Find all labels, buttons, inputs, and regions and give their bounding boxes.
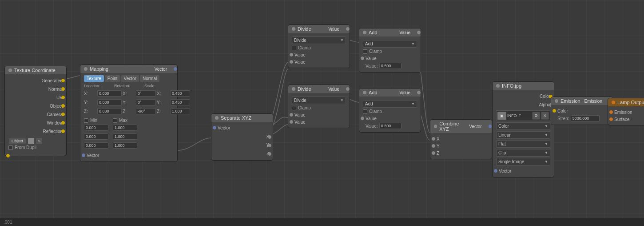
min-label: Min: [90, 118, 97, 123]
min-row: Min: [84, 118, 108, 123]
scale-z[interactable]: [170, 108, 190, 114]
from-dupli-label: From Dupli: [15, 145, 36, 150]
add2-value-input[interactable]: [379, 123, 402, 129]
info-color-dd-label: Color: [498, 124, 509, 129]
info-clip-dropdown[interactable]: Clip ▼: [496, 149, 550, 157]
info-flat-dropdown[interactable]: Flat ▼: [496, 140, 550, 148]
object-icon: [28, 138, 34, 144]
info-linear-label: Linear: [498, 133, 511, 137]
info-jpg-node: INFO.jpg Color Alpha ▣ INFO F ⚙ ✕ Color …: [492, 81, 554, 178]
info-vector-label: Vector: [496, 169, 511, 174]
info-clip-label: Clip: [498, 150, 506, 155]
divide2-output-label: Value: [328, 87, 339, 92]
divide2-clamp-cb[interactable]: [292, 106, 296, 110]
from-dupli-row: From Dupli: [8, 145, 63, 150]
emission-color-in: [553, 109, 556, 113]
emission-out-label: Emission: [584, 99, 602, 104]
max-x[interactable]: [113, 125, 137, 131]
add2-dropdown-label: Add: [365, 101, 373, 106]
add1-value-field-label: Value:: [366, 64, 378, 69]
add1-dropdown[interactable]: Add ▼: [363, 40, 417, 48]
min-checkbox[interactable]: [84, 118, 88, 123]
divide2-clamp: Clamp: [292, 105, 346, 110]
loc-y[interactable]: [97, 99, 122, 105]
info-name-label: INFO: [507, 113, 517, 118]
scale-x[interactable]: [170, 90, 190, 97]
max-y[interactable]: [113, 133, 137, 140]
add2-val-label: Value: [363, 116, 377, 121]
info-settings-icon[interactable]: ⚙: [532, 112, 540, 120]
divide1-clamp: Clamp: [292, 45, 346, 50]
rot-y[interactable]: [136, 99, 156, 105]
sep-xyz-header: Separate XYZ: [211, 114, 273, 122]
tab-point[interactable]: Point: [105, 75, 120, 82]
object-field[interactable]: Object: [8, 138, 26, 144]
add1-dropdown-label: Add: [365, 41, 373, 46]
dropdown-arrow: ▼: [340, 38, 344, 42]
emission-node: Emission Emission Color Stren:: [551, 97, 613, 125]
from-dupli-checkbox[interactable]: [8, 145, 13, 150]
divide2-dropdown-row: Divide ▼: [292, 97, 346, 104]
divide1-dropdown[interactable]: Divide ▼: [292, 36, 346, 44]
loc-z[interactable]: [97, 108, 122, 114]
max-z[interactable]: [113, 142, 137, 149]
div1-val1-label: Value: [292, 52, 306, 57]
add2-dropdown[interactable]: Add ▼: [363, 100, 417, 108]
info-linear-dropdown[interactable]: Linear ▼: [496, 131, 550, 139]
dropdown-arrow3: ▼: [411, 42, 415, 46]
emission-strength-input[interactable]: [571, 115, 600, 121]
divide2-dropdown[interactable]: Divide ▼: [292, 97, 346, 104]
lamp-output-header: Lamp Output: [608, 98, 644, 106]
max-checkbox[interactable]: [113, 118, 117, 123]
divide2-title: Divide: [298, 86, 311, 92]
div2-val1-label: Value: [292, 113, 306, 117]
info-clip-dd-row: Clip ▼: [496, 149, 550, 157]
tab-vector[interactable]: Vector: [121, 75, 139, 82]
add1-clamp: Clamp: [363, 49, 417, 54]
add1-clamp-cb[interactable]: [363, 49, 367, 54]
min-y[interactable]: [84, 133, 108, 140]
mapping-title: Mapping: [90, 66, 108, 72]
info-clip-arrow: ▼: [545, 151, 548, 155]
info-color-dropdown[interactable]: Color ▼: [496, 122, 550, 130]
divide1-dropdown-label: Divide: [294, 38, 306, 43]
dropdown-arrow4: ▼: [411, 102, 415, 106]
min-x[interactable]: [84, 125, 108, 131]
combine-xyz-node: Combine XYZ Vector X Y Z: [430, 119, 492, 159]
mapping-output-label: Vector: [155, 67, 167, 72]
add1-value-input[interactable]: [379, 63, 402, 69]
divide1-title: Divide: [298, 26, 311, 32]
emission-header: Emission Emission: [551, 97, 612, 105]
pencil-icon[interactable]: ✎: [36, 138, 42, 144]
info-close-icon[interactable]: ✕: [541, 112, 549, 120]
sep-vector-label: Vector: [215, 125, 230, 130]
rot-x[interactable]: [136, 90, 156, 97]
divide2-dropdown-label: Divide: [294, 98, 306, 103]
max-label: Max: [119, 118, 127, 123]
info-color-label: Color: [496, 94, 550, 99]
divide1-output-label: Value: [328, 27, 339, 32]
scale-y[interactable]: [170, 99, 190, 105]
add2-clamp-label: Clamp: [369, 109, 382, 114]
loc-x[interactable]: [97, 90, 122, 97]
add1-title: Add: [369, 30, 378, 35]
add2-header: Add Value: [359, 89, 421, 97]
add2-clamp-cb[interactable]: [363, 109, 367, 114]
mapping-header: Mapping Vector: [80, 65, 177, 73]
divide1-node: Divide Value Divide ▼ Clamp Value Value: [288, 24, 350, 68]
sep-y-out: [268, 144, 271, 147]
socket-window: Window: [8, 121, 63, 125]
divide1-clamp-cb[interactable]: [292, 46, 296, 50]
socket-camera: Camera: [8, 112, 63, 117]
tab-normal[interactable]: Normal: [140, 75, 159, 82]
mapping-tabs: Texture Point Vector Normal: [84, 75, 174, 82]
info-linear-dd-row: Linear ▼: [496, 131, 550, 139]
min-z[interactable]: [84, 142, 108, 149]
info-single-dd-row: Single Image ▼: [496, 158, 550, 165]
tab-texture[interactable]: Texture: [84, 75, 104, 82]
sep-vector-in: [213, 126, 216, 129]
comb-x-in: [432, 137, 435, 141]
add1-val-label: Value: [363, 56, 377, 61]
rot-z[interactable]: [136, 108, 156, 114]
info-single-dropdown[interactable]: Single Image ▼: [496, 158, 550, 165]
